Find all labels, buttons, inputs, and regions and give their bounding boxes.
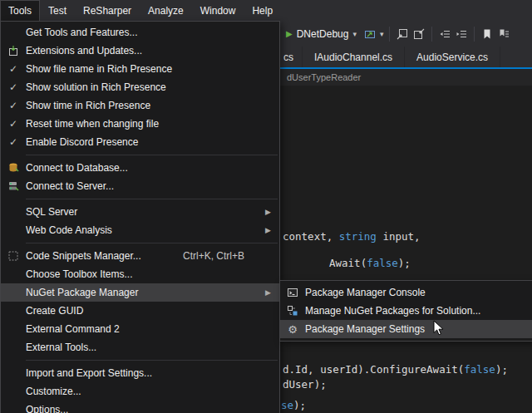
toggle-bookmark-button[interactable] xyxy=(479,25,495,43)
menu-item-enable-discord-presence[interactable]: ✓ Enable Discord Presence xyxy=(1,133,279,151)
breadcrumb[interactable]: dUserTypeReader xyxy=(287,72,361,82)
menu-item-label: Web Code Analysis xyxy=(26,224,265,236)
menu-item-create-guid[interactable]: Create GUID xyxy=(1,302,279,320)
menu-item-label: Show time in Rich Presence xyxy=(26,100,279,111)
nuget-package-manager-submenu: Package Manager Console Manage NuGet Pac… xyxy=(279,280,532,342)
code-line: d.Id, userId).ConfigureAwait(false); xyxy=(283,363,508,376)
toolbar-separator xyxy=(431,27,432,42)
menu-item-label: Show file name in Rich Presence xyxy=(26,63,279,75)
menu-item-external-tools[interactable]: External Tools... xyxy=(1,338,279,356)
menubar-item-help[interactable]: Help xyxy=(244,0,281,21)
visual-studio-window: Tools Test ReSharper Analyze Window Help… xyxy=(0,0,532,413)
menu-item-label: Extensions and Updates... xyxy=(26,45,279,57)
menubar-item-window[interactable]: Window xyxy=(192,0,244,21)
menu-item-label: Show solution in Rich Presence xyxy=(26,81,279,93)
menu-item-sql-server[interactable]: SQL Server ▶ xyxy=(1,203,279,221)
menu-item-import-export-settings[interactable]: Import and Export Settings... xyxy=(1,364,279,382)
bookmark-icon xyxy=(481,28,493,40)
submenu-arrow-icon: ▶ xyxy=(265,208,271,216)
menu-item-label: Enable Discord Presence xyxy=(26,136,279,148)
bookmark-window-button[interactable] xyxy=(495,25,512,43)
bookmark-list-icon xyxy=(498,28,510,40)
tab-clipped-document[interactable]: cs xyxy=(280,47,303,67)
submenu-item-package-manager-settings[interactable]: ⚙ Package Manager Settings xyxy=(280,320,532,338)
gear-icon: ⚙ xyxy=(288,324,298,335)
menu-item-label: SQL Server xyxy=(26,206,265,218)
submenu-item-manage-nuget-packages-for-solution[interactable]: Manage NuGet Packages for Solution... xyxy=(280,302,532,320)
menubar-item-analyze[interactable]: Analyze xyxy=(140,0,192,21)
extensions-icon xyxy=(7,45,19,57)
submenu-arrow-icon: ▶ xyxy=(265,288,271,297)
menu-item-label: Import and Export Settings... xyxy=(26,367,279,379)
connect-server-icon xyxy=(7,180,19,192)
menu-item-label: Manage NuGet Packages for Solution... xyxy=(305,305,532,317)
code-line: Await(false); xyxy=(329,257,411,270)
console-icon xyxy=(287,287,298,298)
menu-item-label: Options... xyxy=(26,404,279,413)
code-line: context, string input, xyxy=(283,230,421,243)
menu-item-nuget-package-manager[interactable]: NuGet Package Manager ▶ xyxy=(1,283,279,302)
menu-item-label: NuGet Package Manager xyxy=(26,287,265,298)
start-debug-icon: ▶ xyxy=(286,29,293,38)
menu-item-show-solution-rich-presence[interactable]: ✓ Show solution in Rich Presence xyxy=(1,78,279,96)
code-line: dUser); xyxy=(283,378,327,391)
checkmark-icon: ✓ xyxy=(9,81,17,93)
tools-menu: Get Tools and Features... Extensions and… xyxy=(0,21,280,413)
menubar-item-tools[interactable]: Tools xyxy=(0,0,40,21)
menu-item-code-snippets-manager[interactable]: Code Snippets Manager... Ctrl+K, Ctrl+B xyxy=(1,247,279,265)
tab-iaudiochannel[interactable]: IAudioChannel.cs xyxy=(303,47,405,67)
menu-item-external-command-2[interactable]: External Command 2 xyxy=(1,320,279,338)
menu-item-label: Customize... xyxy=(26,386,279,397)
toolbar-separator xyxy=(389,27,390,42)
load-symbols-button[interactable] xyxy=(394,25,411,43)
menubar-item-test[interactable]: Test xyxy=(40,0,75,21)
menu-item-label: Get Tools and Features... xyxy=(26,27,279,38)
open-window-button[interactable] xyxy=(411,25,427,43)
decrease-indent-button[interactable] xyxy=(436,25,453,43)
unindent-lines-icon xyxy=(439,28,451,40)
menu-separator xyxy=(26,239,278,247)
manage-packages-icon xyxy=(287,305,298,317)
menu-item-label: Choose Toolbox Items... xyxy=(26,268,279,280)
increase-indent-button[interactable] xyxy=(453,25,470,43)
menu-bar: Tools Test ReSharper Analyze Window Help xyxy=(0,0,532,21)
dropdown-caret-icon: ▾ xyxy=(352,30,357,38)
menu-item-options[interactable]: Options... xyxy=(1,401,279,413)
menubar-item-resharper[interactable]: ReSharper xyxy=(75,0,140,21)
toolbar-separator xyxy=(474,27,475,42)
debug-target-combo[interactable]: ▶ DNetDebug ▾ xyxy=(281,27,362,42)
menu-item-reset-time-changing-file[interactable]: ✓ Reset time when changing file xyxy=(1,115,279,133)
menu-item-get-tools-and-features[interactable]: Get Tools and Features... xyxy=(1,23,279,42)
connect-database-icon xyxy=(7,162,19,174)
debug-target-label: DNetDebug xyxy=(297,28,349,40)
checkmark-icon: ✓ xyxy=(9,63,17,75)
code-line: se); xyxy=(281,399,306,412)
menu-item-label: Reset time when changing file xyxy=(26,118,279,130)
menu-separator xyxy=(26,195,278,203)
menu-item-show-file-name-rich-presence[interactable]: ✓ Show file name in Rich Presence xyxy=(1,60,279,78)
submenu-arrow-icon: ▶ xyxy=(265,226,271,234)
menu-separator xyxy=(26,356,278,364)
menu-item-label: Create GUID xyxy=(26,305,279,317)
dropdown-caret-icon[interactable]: ▾ xyxy=(378,30,386,38)
menu-item-web-code-analysis[interactable]: Web Code Analysis ▶ xyxy=(1,221,279,239)
menu-item-connect-to-database[interactable]: Connect to Database... xyxy=(1,159,279,177)
menu-item-label: Package Manager Settings xyxy=(305,323,532,335)
active-tab-accent-line xyxy=(279,67,532,69)
menu-item-label: Connect to Database... xyxy=(26,162,279,174)
editor-navigation-bar: dUserTypeReader xyxy=(279,69,532,86)
menu-item-choose-toolbox-items[interactable]: Choose Toolbox Items... xyxy=(1,265,279,283)
menu-item-shortcut: Ctrl+K, Ctrl+B xyxy=(183,250,244,262)
menu-item-connect-to-server[interactable]: Connect to Server... xyxy=(1,177,279,195)
attach-to-process-button[interactable] xyxy=(362,25,378,43)
tab-audioservice[interactable]: AudioService.cs xyxy=(405,47,500,67)
submenu-item-package-manager-console[interactable]: Package Manager Console xyxy=(280,283,532,302)
menu-item-extensions-and-updates[interactable]: Extensions and Updates... xyxy=(1,42,279,60)
menu-item-show-time-rich-presence[interactable]: ✓ Show time in Rich Presence xyxy=(1,96,279,115)
menu-item-customize[interactable]: Customize... xyxy=(1,382,279,401)
menu-item-label: External Tools... xyxy=(26,342,279,353)
menu-item-label: External Command 2 xyxy=(26,323,279,335)
checkmark-icon: ✓ xyxy=(9,136,17,148)
menu-item-label: Code Snippets Manager... xyxy=(26,250,183,262)
menu-item-label: Connect to Server... xyxy=(26,180,279,192)
